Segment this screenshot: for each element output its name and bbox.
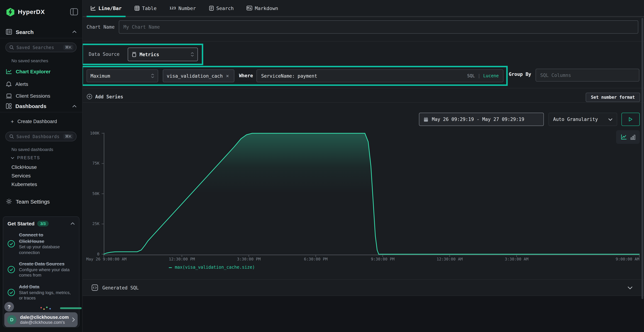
presets-toggle[interactable]: PRESETS — [11, 156, 40, 160]
timeseries-chart[interactable] — [104, 133, 639, 259]
bell-icon — [6, 81, 12, 87]
chart-name-input[interactable] — [119, 20, 638, 34]
check-circle-icon — [8, 289, 15, 296]
x-tick-label: 9:00:00 AM — [616, 257, 639, 262]
set-number-format-button[interactable]: Set number format — [586, 93, 640, 102]
chevron-down-icon — [628, 286, 632, 289]
play-icon — [628, 117, 632, 122]
select-chevrons-icon — [191, 52, 194, 56]
dashboards-section-label: Dashboards — [16, 103, 46, 109]
plus-icon: + — [11, 119, 14, 124]
tab-table[interactable]: Table — [130, 0, 160, 16]
markdown-icon — [247, 6, 252, 10]
app: HyperDX Search Saved Searche — [0, 0, 644, 332]
gs-item-title: Create Data Sources — [19, 261, 73, 267]
generated-sql-section[interactable]: Generated SQL — [82, 280, 644, 296]
shortcut-badge: ⌘K — [63, 134, 73, 139]
chevron-up-icon — [70, 222, 75, 225]
lucene-mode-toggle[interactable]: Lucene — [483, 73, 499, 78]
preset-services[interactable]: Services — [12, 173, 30, 178]
metric-tag[interactable]: visa_validation_cach × — [163, 70, 234, 82]
legend-series-label: max(visa_validation_cache.size) — [175, 265, 255, 270]
x-tick-label: 6:30:00 PM — [304, 257, 328, 262]
gs-item-title: Add Data — [19, 284, 73, 290]
where-input[interactable] — [261, 70, 464, 82]
get-started-progress-badge: 3/3 — [38, 221, 49, 226]
tab-number[interactable]: 123 Number — [166, 0, 200, 16]
dashboards-icon — [6, 103, 12, 109]
tab-search[interactable]: Search — [205, 0, 238, 16]
gs-item-desc: Configure where your data comes from — [19, 267, 73, 278]
preset-kubernetes[interactable]: Kubernetes — [12, 182, 37, 187]
brand-title: HyperDX — [18, 8, 45, 16]
search-section-icon — [6, 28, 12, 35]
user-team: dale@clickhouse.com's — [20, 320, 72, 325]
run-query-button[interactable] — [622, 113, 640, 126]
shortcut-badge: ⌘K — [63, 45, 73, 50]
avatar: D — [7, 315, 16, 324]
code-icon — [92, 284, 98, 291]
sidebar-section-search[interactable]: Search — [6, 28, 76, 35]
date-range-value: May 26 09:29:19 - May 27 09:29:19 — [432, 117, 524, 122]
date-range-input[interactable]: May 26 09:29:19 - May 27 09:29:19 — [419, 113, 544, 126]
sidebar-item-team-settings[interactable]: Team Settings — [6, 198, 76, 205]
alerts-label: Alerts — [16, 81, 28, 87]
y-tick-label: 100K — [90, 131, 100, 136]
table-icon — [134, 6, 140, 10]
get-started-item-connect[interactable]: Connect to ClickHouse Set up your databa… — [8, 232, 75, 256]
gs-item-desc: Start sending logs, metrics, or traces — [19, 290, 73, 301]
client-sessions-label: Client Sessions — [16, 93, 50, 99]
user-menu[interactable]: D dale@clickhouse.com dale@clickhouse.co… — [4, 312, 78, 327]
presets-label: PRESETS — [17, 156, 40, 160]
data-source-value: Metrics — [140, 52, 159, 57]
chart-legend[interactable]: — max(visa_validation_cache.size) — [169, 265, 255, 270]
scrollbar[interactable] — [642, 18, 643, 299]
sidebar-section-dashboards[interactable]: Dashboards — [6, 103, 76, 109]
help-button[interactable]: ? — [4, 302, 14, 312]
x-tick-label: 3:30:00 AM — [505, 257, 528, 262]
generated-sql-label: Generated SQL — [102, 285, 139, 290]
get-started-header[interactable]: Get Started 3/3 — [8, 221, 75, 226]
no-saved-searches-note: No saved searches — [12, 58, 48, 63]
get-started-title: Get Started — [8, 221, 34, 226]
search-doc-icon — [209, 6, 214, 10]
check-circle-icon — [8, 266, 15, 273]
preset-clickhouse[interactable]: ClickHouse — [12, 164, 37, 170]
saved-searches-placeholder: Saved Searches — [16, 45, 61, 50]
y-tick-label: 75K — [92, 161, 100, 166]
chevron-up-icon — [72, 105, 76, 108]
tab-label: Number — [178, 5, 196, 11]
get-started-item-add-data[interactable]: Add Data Start sending logs, metrics, or… — [8, 284, 75, 301]
sidebar-item-client-sessions[interactable]: Client Sessions — [6, 93, 76, 99]
calendar-icon — [424, 117, 428, 122]
granularity-select[interactable]: Auto Granularity — [548, 113, 617, 126]
chevron-up-icon — [72, 30, 76, 33]
sidebar-item-alerts[interactable]: Alerts — [6, 81, 76, 87]
chart-type-tabbar: Line/Bar Table 123 Number — [82, 0, 644, 17]
no-saved-dashboards-note: No saved dashboards — [12, 147, 53, 152]
sidebar-collapse-icon[interactable] — [70, 8, 78, 16]
create-dashboard-button[interactable]: + Create Dashboard — [11, 119, 57, 124]
create-dashboard-label: Create Dashboard — [18, 119, 57, 124]
x-axis-labels: May 26 9:00:00 AM12:30:00 PM3:30:00 PM6:… — [104, 257, 639, 262]
sidebar-item-chart-explorer[interactable]: Chart Explorer — [6, 69, 76, 74]
chevron-down-icon — [608, 118, 612, 121]
main-content: Line/Bar Table 123 Number — [82, 0, 644, 332]
get-started-item-datasources[interactable]: Create Data Sources Configure where your… — [8, 261, 75, 278]
search-icon — [9, 45, 14, 50]
saved-searches-input[interactable]: Saved Searches ⌘K — [5, 42, 76, 52]
sql-mode-toggle[interactable]: SQL — [467, 73, 475, 78]
search-section-label: Search — [16, 29, 34, 35]
tab-label: Search — [216, 5, 234, 11]
saved-dashboards-input[interactable]: Saved Dashboards ⌘K — [5, 132, 76, 141]
y-tick-label: 50K — [92, 191, 100, 196]
data-source-select[interactable]: Metrics — [128, 48, 198, 61]
tab-markdown[interactable]: Markdown — [243, 0, 282, 16]
x-tick-label: 9:30:00 PM — [371, 257, 394, 262]
sidebar: HyperDX Search Saved Searche — [0, 0, 83, 332]
database-icon — [132, 52, 137, 57]
chart-explorer-label: Chart Explorer — [16, 69, 51, 74]
group-by-input[interactable] — [536, 69, 639, 82]
remove-metric-icon[interactable]: × — [226, 73, 229, 78]
gs-item-desc: Set up your database connection — [19, 244, 73, 256]
